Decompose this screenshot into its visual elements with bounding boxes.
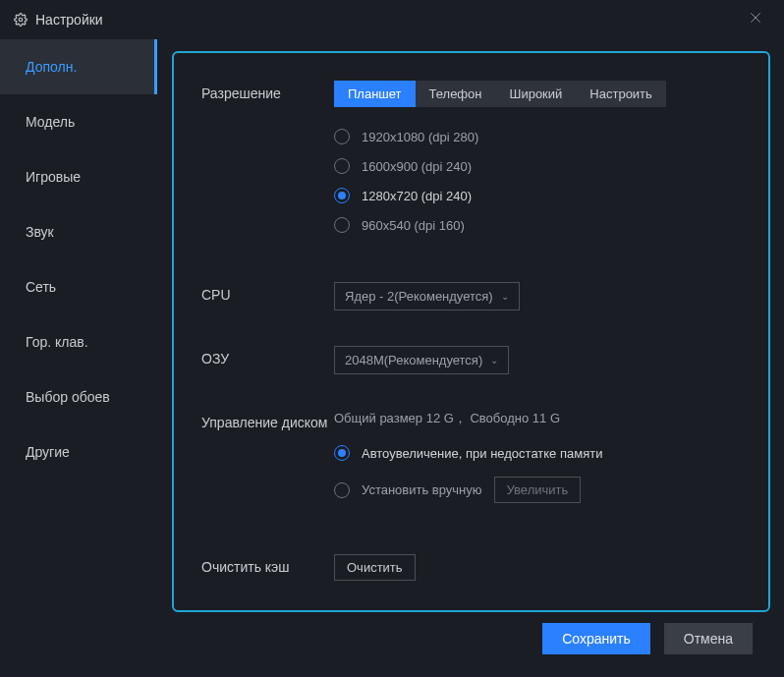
enlarge-button[interactable]: Увеличить <box>494 477 582 503</box>
radio-label: 960x540 (dpi 160) <box>362 218 465 233</box>
sidebar-item-label: Другие <box>26 444 70 460</box>
radio-label: 1920x1080 (dpi 280) <box>362 130 478 144</box>
radio-manual[interactable] <box>334 482 350 498</box>
footer: Сохранить Отмена <box>172 612 770 665</box>
sidebar-item-hotkeys[interactable]: Гор. клав. <box>0 314 157 369</box>
ram-select-value: 2048M(Рекомендуется) <box>345 353 482 367</box>
chevron-down-icon: ⌄ <box>501 291 509 302</box>
settings-panel: Разрешение Планшет Телефон Широкий Настр… <box>172 51 770 612</box>
cpu-label: CPU <box>201 282 334 310</box>
cancel-button[interactable]: Отмена <box>664 623 753 654</box>
disk-info: Общий размер 12 G， Свободно 11 G <box>334 410 741 427</box>
sidebar: Дополн. Модель Игровые Звук Сеть Гор. кл… <box>0 39 159 677</box>
sidebar-item-label: Гор. клав. <box>26 334 88 350</box>
sidebar-item-other[interactable]: Другие <box>0 424 157 480</box>
sidebar-item-game[interactable]: Игровые <box>0 149 157 204</box>
resolution-label: Разрешение <box>201 81 334 247</box>
sidebar-item-network[interactable]: Сеть <box>0 259 157 314</box>
radio-label: Автоувеличение, при недостатке памяти <box>362 446 602 461</box>
disk-label: Управление диском <box>201 410 334 519</box>
radio-1600x900[interactable] <box>334 158 350 174</box>
radio-auto-enlarge[interactable] <box>334 445 350 461</box>
radio-1280x720[interactable] <box>334 188 350 203</box>
cache-label: Очистить кэш <box>201 554 334 581</box>
close-icon[interactable] <box>741 7 770 32</box>
svg-point-0 <box>19 18 23 22</box>
radio-label: Установить вручную <box>362 482 482 497</box>
sidebar-item-model[interactable]: Модель <box>0 94 157 149</box>
sidebar-item-label: Игровые <box>26 169 81 185</box>
resolution-tabs: Планшет Телефон Широкий Настроить <box>334 81 741 107</box>
save-button[interactable]: Сохранить <box>542 623 650 654</box>
window-title: Настройки <box>35 12 103 28</box>
gear-icon <box>14 13 28 27</box>
radio-label: 1600x900 (dpi 240) <box>362 159 472 174</box>
chevron-down-icon: ⌄ <box>490 355 498 366</box>
tab-phone[interactable]: Телефон <box>416 81 496 107</box>
tab-wide[interactable]: Широкий <box>495 81 576 107</box>
sidebar-item-label: Выбор обоев <box>26 389 110 405</box>
tab-custom[interactable]: Настроить <box>576 81 666 107</box>
ram-select[interactable]: 2048M(Рекомендуется) ⌄ <box>334 346 509 374</box>
sidebar-item-sound[interactable]: Звук <box>0 204 157 259</box>
tab-tablet[interactable]: Планшет <box>334 81 416 107</box>
ram-label: ОЗУ <box>201 346 334 374</box>
radio-label: 1280x720 (dpi 240) <box>362 189 472 203</box>
cpu-select-value: Ядер - 2(Рекомендуется) <box>345 289 493 304</box>
sidebar-item-label: Звук <box>26 224 54 240</box>
clear-cache-button[interactable]: Очистить <box>334 554 416 581</box>
sidebar-item-wallpaper[interactable]: Выбор обоев <box>0 369 157 424</box>
sidebar-item-advanced[interactable]: Дополн. <box>0 39 157 94</box>
titlebar: Настройки <box>0 0 784 39</box>
radio-960x540[interactable] <box>334 217 350 233</box>
sidebar-item-label: Сеть <box>26 279 56 295</box>
sidebar-item-label: Модель <box>26 114 75 130</box>
radio-1920x1080[interactable] <box>334 129 350 144</box>
cpu-select[interactable]: Ядер - 2(Рекомендуется) ⌄ <box>334 282 520 310</box>
sidebar-item-label: Дополн. <box>26 59 77 75</box>
